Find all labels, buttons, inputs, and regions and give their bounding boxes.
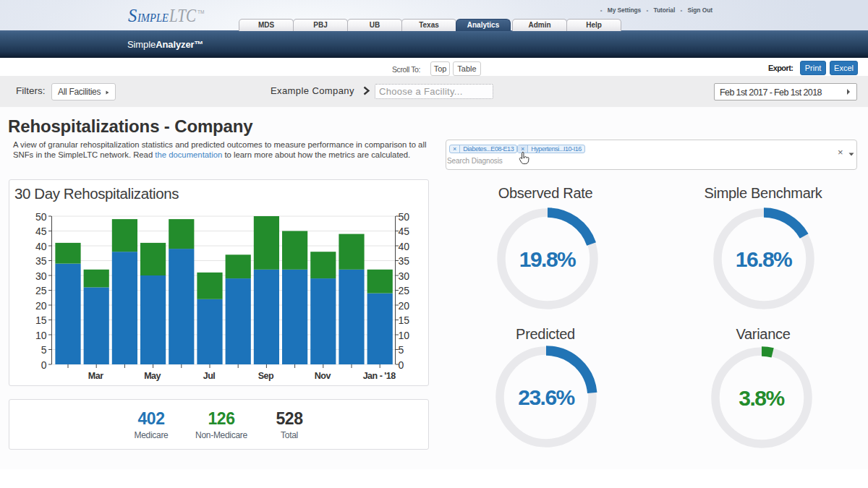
svg-text:Mar: Mar xyxy=(88,371,103,381)
svg-text:40: 40 xyxy=(35,241,47,252)
svg-text:25: 25 xyxy=(399,285,410,296)
svg-text:Sep: Sep xyxy=(258,371,274,381)
svg-text:LTC: LTC xyxy=(169,6,196,26)
svg-text:5: 5 xyxy=(399,344,404,356)
svg-text:45: 45 xyxy=(35,226,47,237)
svg-text:20: 20 xyxy=(35,300,47,312)
svg-text:Jan - '18: Jan - '18 xyxy=(363,371,396,381)
svg-text:35: 35 xyxy=(399,255,410,267)
svg-text:0: 0 xyxy=(41,359,47,371)
svg-text:10: 10 xyxy=(399,330,410,341)
svg-text:30: 30 xyxy=(399,270,410,282)
svg-text:May: May xyxy=(144,371,161,381)
svg-text:Nov: Nov xyxy=(315,371,331,381)
svg-text:0: 0 xyxy=(399,359,404,371)
svg-text:45: 45 xyxy=(399,226,410,237)
svg-text:25: 25 xyxy=(35,285,47,296)
svg-text:35: 35 xyxy=(35,255,47,267)
svg-text:30: 30 xyxy=(35,270,47,282)
svg-text:50: 50 xyxy=(399,211,410,223)
svg-text:Jul: Jul xyxy=(203,371,216,381)
svg-text:40: 40 xyxy=(399,241,410,252)
svg-text:10: 10 xyxy=(35,330,47,341)
svg-text:15: 15 xyxy=(399,314,410,326)
svg-text:5: 5 xyxy=(41,344,47,356)
svg-text:15: 15 xyxy=(35,314,47,326)
svg-text:S: S xyxy=(128,6,137,25)
svg-text:20: 20 xyxy=(399,300,410,312)
svg-text:IMPLE: IMPLE xyxy=(137,11,169,25)
svg-text:50: 50 xyxy=(35,211,47,223)
svg-text:TM: TM xyxy=(197,9,204,14)
